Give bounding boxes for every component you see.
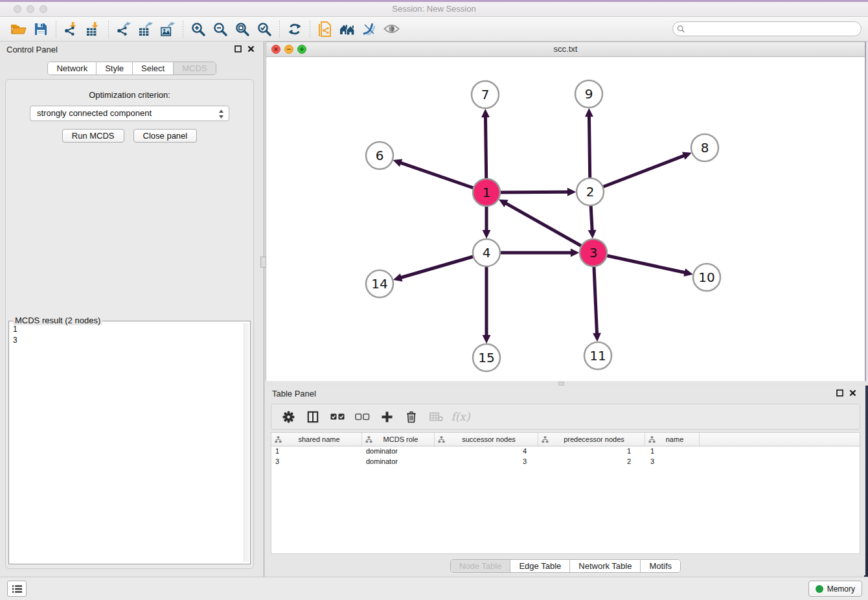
function-fx-icon: f(x) xyxy=(451,410,470,423)
criterion-dropdown[interactable]: strongly connected component xyxy=(30,106,229,121)
close-panel-icon[interactable] xyxy=(247,45,255,52)
zoom-selected-button[interactable] xyxy=(253,19,275,39)
table-cell[interactable]: 1 xyxy=(271,446,362,457)
column-layout-button[interactable] xyxy=(304,407,322,426)
column-header-predecessor-nodes[interactable]: predecessor nodes xyxy=(538,433,645,446)
panel-splitter[interactable] xyxy=(264,41,264,577)
export-image-button[interactable] xyxy=(157,19,179,39)
plus-icon xyxy=(382,411,393,422)
delete-column-button[interactable] xyxy=(402,407,420,426)
import-network-icon xyxy=(64,21,79,36)
table-row[interactable]: 1dominator411 xyxy=(271,446,860,457)
svg-text:2: 2 xyxy=(586,184,595,200)
network-window-title-bar[interactable]: scc.txt xyxy=(266,42,865,57)
svg-text:15: 15 xyxy=(478,350,494,365)
open-folder-icon xyxy=(11,23,27,36)
svg-text:7: 7 xyxy=(481,87,490,102)
graph-node-14[interactable]: 14 xyxy=(366,270,393,297)
export-table-button[interactable] xyxy=(135,19,157,39)
function-builder-button[interactable]: f(x) xyxy=(451,407,470,426)
table-cell[interactable]: 4 xyxy=(435,446,538,457)
control-panel-tabs: NetworkStyleSelectMCDS xyxy=(47,62,216,75)
home-button[interactable] xyxy=(336,19,358,39)
mcds-result-scrollbar[interactable] xyxy=(244,323,249,562)
tab-motifs[interactable]: Motifs xyxy=(640,560,680,572)
column-header-MCDS-role[interactable]: MCDS role xyxy=(362,433,435,446)
node-table[interactable]: shared nameMCDS rolesuccessor nodesprede… xyxy=(271,432,860,554)
graph-node-9[interactable]: 9 xyxy=(575,80,602,108)
zoom-fit-button[interactable] xyxy=(231,19,253,39)
graph-node-1[interactable]: 1 xyxy=(473,179,500,206)
import-network-button[interactable] xyxy=(60,19,82,39)
float-panel-icon[interactable] xyxy=(234,45,242,52)
graph-node-3[interactable]: 3 xyxy=(580,239,607,266)
export-image-icon xyxy=(161,21,176,36)
graph-node-2[interactable]: 2 xyxy=(577,178,604,205)
zoom-out-magnifier-icon xyxy=(213,22,227,36)
table-cell[interactable]: 3 xyxy=(645,457,700,467)
tab-network-table[interactable]: Network Table xyxy=(569,560,640,572)
column-header-name[interactable]: name xyxy=(645,433,700,446)
eye-button[interactable] xyxy=(380,19,402,39)
search-input[interactable] xyxy=(672,21,862,36)
column-header-successor-nodes[interactable]: successor nodes xyxy=(435,433,538,446)
zoom-out-button[interactable] xyxy=(209,19,231,39)
column-type-icon xyxy=(542,436,549,443)
refresh-view-button[interactable] xyxy=(284,19,306,39)
table-cell[interactable]: 1 xyxy=(538,446,645,457)
graph-edge-2-8[interactable] xyxy=(590,156,684,192)
task-history-button[interactable] xyxy=(7,581,27,597)
graph-node-8[interactable]: 8 xyxy=(691,134,718,161)
delete-table-button[interactable] xyxy=(427,407,445,426)
network-view-window: scc.txt 7968124314101511 xyxy=(266,41,865,381)
hide-all-columns-button[interactable] xyxy=(353,407,371,426)
network-canvas[interactable]: 7968124314101511 xyxy=(266,57,865,381)
open-session-button[interactable] xyxy=(8,19,30,39)
svg-text:4: 4 xyxy=(483,245,491,260)
graph-node-10[interactable]: 10 xyxy=(693,264,720,291)
criterion-dropdown-value: strongly connected component xyxy=(37,108,152,118)
export-network-button[interactable] xyxy=(113,19,135,39)
graph-edge-3-1[interactable] xyxy=(506,203,593,253)
table-panel-tabs: Node TableEdge TableNetwork TableMotifs xyxy=(450,559,681,573)
memory-button[interactable]: Memory xyxy=(808,581,862,597)
table-cell[interactable]: 2 xyxy=(538,457,645,467)
tab-style[interactable]: Style xyxy=(96,62,132,75)
tab-edge-table[interactable]: Edge Table xyxy=(510,560,569,572)
tab-select[interactable]: Select xyxy=(132,62,173,75)
network-file-button[interactable] xyxy=(314,19,336,39)
zoom-in-button[interactable] xyxy=(187,19,209,39)
tab-node-table[interactable]: Node Table xyxy=(451,560,510,572)
checked-checkbox-pair-icon xyxy=(330,413,345,421)
close-panel-button[interactable]: Close panel xyxy=(133,129,198,143)
delete-table-grid-icon xyxy=(429,411,443,422)
graph-node-11[interactable]: 11 xyxy=(584,342,611,369)
swoosh-button[interactable] xyxy=(358,19,380,39)
tab-mcds[interactable]: MCDS xyxy=(173,62,215,75)
table-cell[interactable]: dominator xyxy=(362,446,435,457)
graph-node-4[interactable]: 4 xyxy=(473,239,500,266)
table-row[interactable]: 3dominator323 xyxy=(271,457,860,467)
table-cell[interactable]: 3 xyxy=(271,457,362,467)
graph-node-7[interactable]: 7 xyxy=(472,81,499,108)
table-cell[interactable]: 3 xyxy=(435,457,538,467)
save-session-button[interactable] xyxy=(30,19,52,39)
create-column-button[interactable] xyxy=(378,407,396,426)
show-all-columns-button[interactable] xyxy=(328,407,347,426)
graph-node-15[interactable]: 15 xyxy=(473,344,500,371)
svg-text:6: 6 xyxy=(376,148,384,163)
table-cell[interactable]: dominator xyxy=(362,457,435,467)
run-mcds-button[interactable]: Run MCDS xyxy=(62,129,124,143)
import-table-button[interactable] xyxy=(82,19,104,39)
float-table-panel-icon[interactable] xyxy=(836,389,843,397)
export-table-icon xyxy=(139,21,154,36)
network-canvas-svg[interactable]: 7968124314101511 xyxy=(266,57,865,381)
control-panel-title: Control Panel xyxy=(6,45,58,54)
graph-node-6[interactable]: 6 xyxy=(366,142,393,169)
table-settings-button[interactable] xyxy=(279,407,297,426)
close-table-panel-icon[interactable] xyxy=(849,389,856,397)
column-header-shared-name[interactable]: shared name xyxy=(271,433,362,446)
tab-network[interactable]: Network xyxy=(48,62,96,75)
table-cell[interactable]: 1 xyxy=(645,446,700,457)
table-panel-title: Table Panel xyxy=(272,389,316,398)
